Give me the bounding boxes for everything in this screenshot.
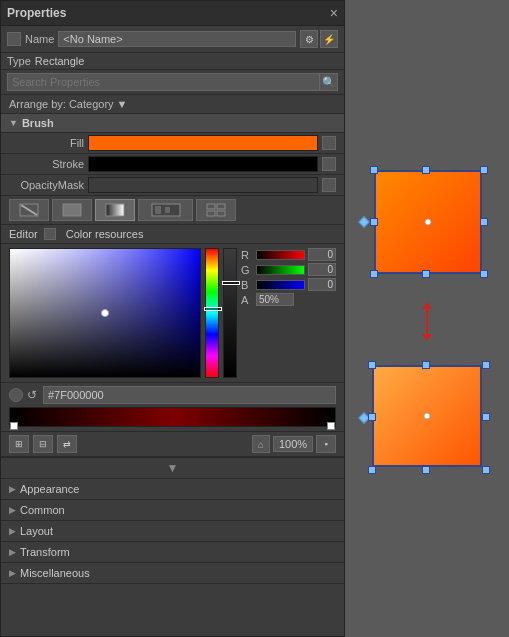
editor-label: Editor [9,228,38,240]
handle2-bm [422,466,430,474]
hex-input[interactable] [43,386,336,404]
handle2-bl [368,466,376,474]
r-input[interactable] [308,248,336,261]
reset-icon[interactable]: ↺ [27,388,37,402]
mode-btn-none[interactable] [9,199,49,221]
common-arrow: ▶ [9,505,16,515]
fill-color-bar[interactable] [88,135,318,151]
svg-rect-3 [106,204,124,216]
handle-bl [370,270,378,278]
a-input[interactable] [256,293,294,306]
gradient-stop-right[interactable] [327,422,335,430]
type-label: Type [7,55,31,67]
arrange-dropdown-icon: ▼ [117,98,128,110]
category-transform[interactable]: ▶ Transform [1,542,344,563]
opacity-mask-bar[interactable] [88,177,318,193]
brush-section-header[interactable]: ▼ Brush [1,114,344,133]
name-input[interactable] [58,31,296,47]
spectrum-bar[interactable] [205,248,219,378]
search-input[interactable] [7,73,320,91]
top-orange-square[interactable] [374,170,482,274]
layout-arrow: ▶ [9,526,16,536]
search-row: 🔍 [1,70,344,95]
canvas-area [345,0,509,637]
center-dot-bottom [424,412,431,419]
svg-rect-6 [165,207,170,213]
collapse-row[interactable]: ▼ [1,458,344,479]
gradient-stop-left[interactable] [10,422,18,430]
bottom-orange-square[interactable] [372,365,482,467]
opacity-mask-square[interactable] [322,178,336,192]
arrow-line [426,309,428,334]
lightning-icon[interactable]: ⚡ [320,30,338,48]
color-resources-label: Color resources [66,228,144,240]
handle-br [480,270,488,278]
settings-icon[interactable]: ⚙ [300,30,318,48]
handle-lm [370,218,378,226]
handle-tm [422,166,430,174]
handle-tl [370,166,378,174]
handle-rm [480,218,488,226]
gradient-preview[interactable] [9,407,336,427]
handle2-br [482,466,490,474]
collapse-icon: ▼ [167,461,179,475]
opacity-mask-label: OpacityMask [9,179,84,191]
mode-btn-tile[interactable] [196,199,236,221]
name-label: Name [25,33,54,45]
category-appearance[interactable]: ▶ Appearance [1,479,344,500]
r-slider[interactable] [256,250,305,260]
type-value: Rectangle [35,55,85,67]
transform-arrow: ▶ [9,547,16,557]
svg-rect-2 [63,204,81,216]
hex-row: ↺ [1,382,344,407]
color-gradient-box[interactable] [9,248,201,378]
r-label: R [241,249,253,261]
search-icon[interactable]: 🔍 [320,73,338,91]
g-slider[interactable] [256,265,305,275]
toolbar-btn-3[interactable]: ⇄ [57,435,77,453]
category-miscellaneous[interactable]: ▶ Miscellaneous [1,563,344,584]
g-row: G [241,263,336,276]
b-label: B [241,279,253,291]
title-bar: Properties × [1,1,344,26]
editor-dot[interactable] [44,228,56,240]
fill-square[interactable] [322,136,336,150]
stroke-square[interactable] [322,157,336,171]
bottom-toolbar: ⊞ ⊟ ⇄ ⌂ ▪ [1,431,344,457]
arrange-label: Arrange by: Category [9,98,114,110]
brush-collapse-arrow: ▼ [9,118,18,128]
mode-btn-solid[interactable] [52,199,92,221]
handle-tr [480,166,488,174]
g-input[interactable] [308,263,336,276]
category-layout[interactable]: ▶ Layout [1,521,344,542]
stroke-color-bar[interactable] [88,156,318,172]
opacity-input[interactable] [273,436,313,452]
b-slider[interactable] [256,280,305,290]
center-dot-top [425,218,432,225]
type-row: Type Rectangle [1,53,344,70]
category-common[interactable]: ▶ Common [1,500,344,521]
stroke-label: Stroke [9,158,84,170]
miscellaneous-label: Miscellaneous [20,567,90,579]
name-row: Name ⚙ ⚡ [1,26,344,53]
mode-btn-gradient[interactable] [95,199,135,221]
mode-btn-image[interactable] [138,199,193,221]
arrow-connector [422,302,432,341]
rgba-panel: R G B A [241,248,336,378]
name-checkbox[interactable] [7,32,21,46]
arrange-by-row[interactable]: Arrange by: Category ▼ [1,95,344,114]
editor-area: Editor Color resources [1,225,344,458]
toolbar-btn-1[interactable]: ⊞ [9,435,29,453]
a-row: A [241,293,336,306]
more-options-btn[interactable]: ▪ [316,435,336,453]
handle2-rm [482,413,490,421]
miscellaneous-arrow: ▶ [9,568,16,578]
eyedropper-icon[interactable] [9,388,23,402]
handle2-lm [368,413,376,421]
alpha-bar[interactable] [223,248,237,378]
b-input[interactable] [308,278,336,291]
toolbar-btn-2[interactable]: ⊟ [33,435,53,453]
close-button[interactable]: × [330,5,338,21]
color-picker: R G B A [9,248,336,378]
appearance-arrow: ▶ [9,484,16,494]
